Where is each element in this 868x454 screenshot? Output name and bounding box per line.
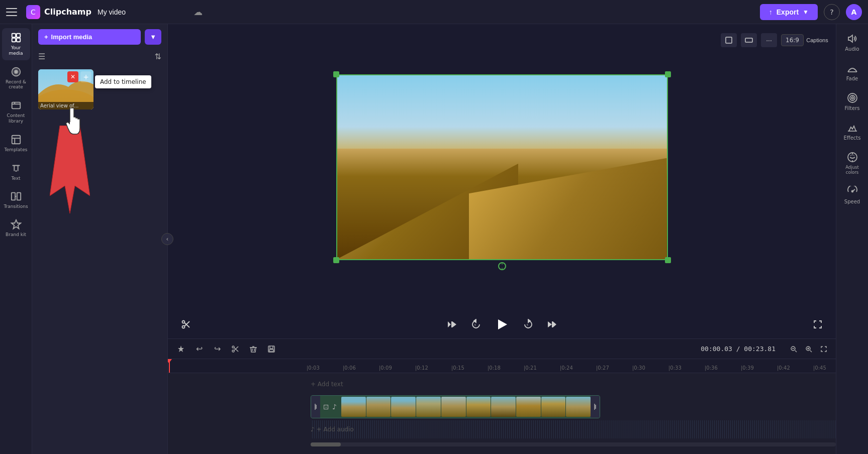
preview-area: ··· 16:9 Captions (168, 24, 836, 310)
sidebar-item-brand-kit[interactable]: Brand kit (2, 215, 30, 241)
resize-handle-top-left[interactable] (333, 71, 339, 77)
import-icon: + (44, 33, 48, 41)
resize-handle-bottom-left[interactable] (333, 257, 339, 263)
svg-point-45 (232, 350, 234, 352)
zoom-out-button[interactable] (788, 343, 800, 355)
svg-rect-3 (16, 38, 20, 42)
sort-icon[interactable]: ⇅ (155, 52, 161, 61)
add-audio-button[interactable]: + Add audio (317, 426, 354, 433)
dune-right (469, 158, 667, 259)
skip-back-button[interactable] (444, 316, 460, 332)
right-sidebar-item-filters[interactable]: Filters (838, 87, 866, 116)
undo-button[interactable]: ↩ (192, 342, 206, 356)
rewind-button[interactable]: 5 (468, 316, 484, 332)
more-options-button[interactable]: ··· (761, 33, 777, 47)
svg-marker-40 (548, 321, 552, 327)
right-sidebar-label-audio: Audio (845, 46, 859, 52)
sidebar-item-record[interactable]: Record & create (2, 62, 30, 94)
svg-rect-18 (70, 122, 72, 128)
svg-marker-34 (452, 321, 456, 327)
import-media-caret-button[interactable]: ▼ (145, 29, 161, 45)
clip-right-trim-handle[interactable] (591, 396, 600, 418)
magic-tool-button[interactable] (174, 342, 188, 356)
media-toolbar: ☰ ⇅ (32, 50, 167, 65)
panel-collapse-button[interactable]: ‹ (161, 233, 173, 245)
resize-handle-top-right[interactable] (665, 71, 671, 77)
cut-button[interactable] (228, 342, 242, 356)
timeline-timecode: 00:00.03 / 00:23.81 (701, 345, 776, 353)
video-canvas[interactable] (336, 74, 668, 260)
timeline-zoom (788, 343, 830, 355)
timeline-scrollbar[interactable] (168, 442, 836, 446)
left-sidebar: Your media Record & create Content libra… (0, 24, 32, 454)
save-timeline-button[interactable] (264, 342, 278, 356)
cursor-hand-icon (60, 108, 85, 140)
sidebar-item-your-media[interactable]: Your media (2, 28, 30, 60)
right-sidebar-label-fade: Fade (846, 76, 858, 81)
media-grid: ✕ + Aerial view of... Add to timeline (32, 65, 167, 454)
sidebar-label-your-media: Your media (4, 45, 28, 56)
menu-icon[interactable] (6, 5, 20, 19)
sidebar-label-text: Text (11, 176, 20, 181)
svg-point-74 (851, 191, 853, 192)
ruler-tick-024: |0:24 (564, 365, 600, 371)
rotation-handle[interactable] (497, 261, 507, 271)
right-sidebar-label-adjust-colors: Adjust colors (840, 165, 864, 175)
media-item-delete-button[interactable]: ✕ (67, 71, 78, 82)
fullscreen-button[interactable] (810, 316, 826, 332)
scrollbar-track[interactable] (311, 442, 836, 446)
video-clip[interactable]: ⊡ ♪ (311, 395, 600, 418)
fit-button[interactable] (741, 33, 757, 47)
right-sidebar-item-adjust-colors[interactable]: Adjust colors (838, 147, 866, 180)
svg-point-28 (182, 321, 185, 323)
ruler-tick-003: |0:03 (311, 365, 347, 371)
resize-handle-bottom-right[interactable] (665, 257, 671, 263)
redo-button[interactable]: ↪ (210, 342, 224, 356)
right-sidebar-item-fade[interactable]: Fade (838, 58, 866, 86)
help-button[interactable]: ? (824, 4, 840, 20)
right-sidebar-item-effects[interactable]: Effects (838, 117, 866, 146)
video-canvas-wrapper (336, 74, 668, 260)
zoom-in-button[interactable] (803, 343, 815, 355)
scissors-button[interactable] (178, 316, 194, 332)
import-media-button[interactable]: + Import media (38, 29, 141, 45)
scrollbar-thumb[interactable] (311, 442, 341, 446)
clip-left-trim-handle[interactable] (311, 396, 320, 418)
ruler-tick-006: |0:06 (347, 365, 383, 371)
play-button[interactable] (492, 314, 512, 334)
sidebar-item-content-library[interactable]: Content library (2, 96, 30, 128)
captions-button[interactable]: Captions (808, 31, 826, 49)
sky-gradient (337, 75, 667, 149)
filter-icon[interactable]: ☰ (38, 52, 45, 61)
svg-marker-65 (848, 35, 852, 42)
delete-button[interactable] (246, 342, 260, 356)
add-text-button[interactable]: + Add text (311, 381, 343, 388)
svg-marker-35 (474, 319, 476, 322)
media-panel: + Import media ▼ ☰ ⇅ (32, 24, 168, 454)
svg-rect-1 (16, 34, 20, 37)
sidebar-item-transitions[interactable]: Transitions (2, 187, 30, 213)
sidebar-item-templates[interactable]: Templates (2, 130, 30, 157)
sidebar-label-brand-kit: Brand kit (6, 232, 26, 237)
media-item-aerial-desert[interactable]: ✕ + Aerial view of... (38, 69, 93, 109)
forward-button[interactable]: 5 (520, 316, 536, 332)
svg-rect-21 (726, 37, 732, 43)
timeline-ruler: |0:03 |0:06 |0:09 |0:12 |0:15 |0:18 (168, 359, 836, 373)
crop-button[interactable] (721, 33, 737, 47)
clip-mute-icon[interactable]: ⊡ (323, 403, 329, 411)
svg-line-60 (810, 350, 812, 352)
zoom-fit-button[interactable] (818, 343, 830, 355)
right-sidebar-item-speed[interactable]: Speed (838, 181, 866, 209)
sidebar-item-text[interactable]: Text (2, 159, 30, 185)
svg-marker-42 (553, 321, 556, 327)
add-to-timeline-tooltip: Add to timeline (95, 75, 151, 88)
sidebar-label-templates: Templates (5, 147, 28, 153)
export-button[interactable]: ↑ Export ▼ (760, 4, 818, 20)
clip-audio-icon[interactable]: ♪ (332, 403, 337, 411)
video-title-input[interactable] (98, 8, 185, 16)
export-icon: ↑ (769, 8, 773, 16)
skip-forward-button[interactable] (544, 316, 560, 332)
right-sidebar-item-audio[interactable]: Audio (838, 28, 866, 57)
media-item-add-button[interactable]: + (80, 71, 91, 82)
avatar[interactable]: A (846, 4, 862, 20)
